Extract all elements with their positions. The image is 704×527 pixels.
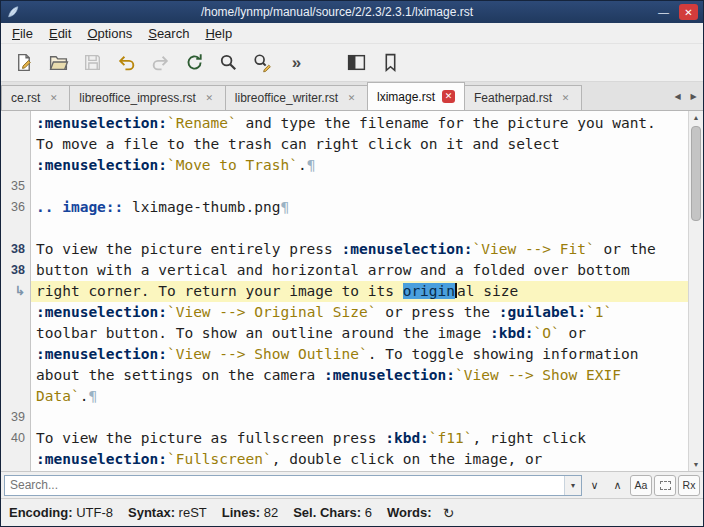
line-number bbox=[1, 449, 30, 470]
editor-line: To move a file to the trash can right cl… bbox=[31, 134, 688, 155]
vertical-scrollbar[interactable]: ▲ ▼ bbox=[688, 111, 703, 471]
tab-close-icon[interactable]: ✕ bbox=[47, 92, 60, 105]
editor-line: .. image:: lximage-thumb.png¶ bbox=[31, 197, 688, 218]
app-icon bbox=[6, 5, 20, 19]
encoding-status: Encoding: UTF-8 bbox=[9, 505, 113, 520]
code-segment-txt: and type the filename for the picture yo… bbox=[237, 115, 656, 131]
save-file-button[interactable] bbox=[77, 48, 108, 78]
line-number bbox=[1, 155, 30, 176]
search-button[interactable] bbox=[213, 48, 244, 78]
text-editor[interactable]: 35363838↳3940 :menuselection:`Rename` an… bbox=[1, 111, 703, 471]
tab-libreoffice_writer.rst[interactable]: libreoffice_writer.rst✕ bbox=[225, 85, 368, 110]
whole-word-button[interactable] bbox=[654, 475, 676, 496]
lines-label: Lines: bbox=[222, 505, 260, 520]
find-next-button[interactable]: ∨ bbox=[584, 474, 605, 496]
code-segment-txt: To view the picture entirely press bbox=[36, 241, 342, 257]
code-segment-role: :menuselection: bbox=[36, 304, 167, 320]
tab-ce.rst[interactable]: ce.rst✕ bbox=[1, 85, 70, 110]
search-input[interactable] bbox=[5, 476, 564, 495]
code-segment-txt: right corner. To return your image to it… bbox=[36, 283, 403, 299]
menu-search[interactable]: Search bbox=[140, 24, 197, 43]
code-segment-txt: about the settings on the camera bbox=[36, 367, 324, 383]
tab-bar: ce.rst✕libreoffice_impress.rst✕libreoffi… bbox=[1, 82, 703, 111]
encoding-label: Encoding: bbox=[9, 505, 73, 520]
scrollbar-thumb[interactable] bbox=[691, 126, 701, 221]
whole-word-icon bbox=[660, 481, 671, 490]
editor-line: :menuselection:`Fullscreen`, double clic… bbox=[31, 449, 688, 470]
editor-line bbox=[31, 176, 688, 197]
search-bar: ▾ ∨ ∧ Aa Rx bbox=[1, 471, 703, 498]
selection-chars-label: Sel. Chars: bbox=[293, 505, 361, 520]
menu-file[interactable]: File bbox=[4, 24, 41, 43]
tab-Featherpad.rst[interactable]: Featherpad.rst✕ bbox=[464, 85, 582, 110]
tab-close-icon[interactable]: ✕ bbox=[203, 92, 216, 105]
line-number bbox=[1, 113, 30, 134]
line-number: 38 bbox=[1, 239, 30, 260]
line-number-gutter: 35363838↳3940 bbox=[1, 111, 31, 471]
toolbar: » bbox=[1, 44, 703, 82]
editor-line: :menuselection:`Rename` and type the fil… bbox=[31, 113, 688, 134]
code-segment-txt: lximage-thumb.png bbox=[123, 199, 280, 215]
editor-line: :menuselection:`View --> Original Size` … bbox=[31, 302, 688, 323]
tab-label: libreoffice_writer.rst bbox=[235, 91, 338, 105]
line-number bbox=[1, 386, 30, 407]
redo-button[interactable] bbox=[145, 48, 176, 78]
tab-close-icon[interactable]: ✕ bbox=[559, 92, 572, 105]
code-segment-lit: `O` bbox=[534, 325, 560, 341]
regex-button[interactable]: Rx bbox=[678, 475, 700, 496]
reload-button[interactable] bbox=[179, 48, 210, 78]
words-label: Words: bbox=[387, 505, 432, 520]
undo-button[interactable] bbox=[111, 48, 142, 78]
scroll-tabs-right-button[interactable]: ▶ bbox=[686, 85, 701, 107]
code-segment-role: :kbd: bbox=[490, 325, 534, 341]
line-number bbox=[1, 365, 30, 386]
tab-label: lximage.rst bbox=[377, 90, 435, 104]
tab-lximage.rst[interactable]: lximage.rst✕ bbox=[367, 82, 465, 110]
open-file-button[interactable] bbox=[43, 48, 74, 78]
code-segment-role: :menuselection: bbox=[342, 241, 473, 257]
editor-content[interactable]: :menuselection:`Rename` and type the fil… bbox=[31, 111, 688, 471]
current-line-marker: ↳ bbox=[1, 281, 30, 302]
minimize-button[interactable]: — bbox=[654, 4, 673, 20]
close-window-button[interactable]: ✕ bbox=[679, 4, 698, 20]
code-segment-txt: or bbox=[560, 325, 586, 341]
editor-line: To view the picture as fullscreen press … bbox=[31, 428, 688, 449]
code-segment-txt: To view the picture as fullscreen press bbox=[36, 430, 385, 446]
code-segment-pil: ¶ bbox=[88, 388, 97, 404]
search-history-dropdown-icon[interactable]: ▾ bbox=[564, 476, 581, 495]
code-segment-txt: . bbox=[298, 157, 307, 173]
code-segment-lit: `Rename` bbox=[167, 115, 237, 131]
toolbar-overflow-button[interactable]: » bbox=[281, 48, 312, 78]
tab-close-icon[interactable]: ✕ bbox=[442, 90, 455, 103]
menu-edit[interactable]: Edit bbox=[41, 24, 79, 43]
code-segment-lit: `Fullscreen` bbox=[167, 451, 272, 467]
status-bar: Encoding: UTF-8 Syntax: reST Lines: 82 S… bbox=[1, 498, 703, 526]
code-segment-txt: toolbar button. To show an outline aroun… bbox=[36, 325, 490, 341]
find-previous-button[interactable]: ∧ bbox=[607, 474, 628, 496]
menu-options[interactable]: Options bbox=[79, 24, 140, 43]
toolbar-overflow-icon: » bbox=[292, 54, 301, 71]
scroll-tabs-left-button[interactable]: ◀ bbox=[670, 85, 685, 107]
code-segment-txt: , right click bbox=[473, 430, 587, 446]
tab-libreoffice_impress.rst[interactable]: libreoffice_impress.rst✕ bbox=[69, 85, 225, 110]
featherpad-window: /home/lynmp/manual/source/2/2.3/2.3.1/lx… bbox=[0, 0, 704, 527]
line-number bbox=[1, 344, 30, 365]
new-file-button[interactable] bbox=[9, 48, 40, 78]
selection-chars-status: Sel. Chars: 6 bbox=[293, 505, 372, 520]
side-pane-toggle-button[interactable] bbox=[341, 48, 372, 78]
match-case-button[interactable]: Aa bbox=[630, 475, 652, 496]
line-number: 39 bbox=[1, 407, 30, 428]
tab-label: libreoffice_impress.rst bbox=[79, 91, 195, 105]
word-count-refresh-button[interactable]: ↻ bbox=[439, 503, 459, 523]
tab-close-icon[interactable]: ✕ bbox=[345, 92, 358, 105]
scroll-down-icon[interactable]: ▼ bbox=[689, 458, 703, 471]
menu-help[interactable]: Help bbox=[197, 24, 240, 43]
bookmark-button[interactable] bbox=[375, 48, 406, 78]
code-segment-txt: or the bbox=[595, 241, 656, 257]
scroll-up-icon[interactable]: ▲ bbox=[689, 111, 703, 124]
tab-scroll-controls: ◀ ▶ bbox=[668, 82, 703, 110]
find-and-replace-button[interactable] bbox=[247, 48, 278, 78]
code-segment-role: :menuselection: bbox=[324, 367, 455, 383]
code-segment-txt: al size bbox=[457, 283, 518, 299]
syntax-label: Syntax: bbox=[128, 505, 175, 520]
